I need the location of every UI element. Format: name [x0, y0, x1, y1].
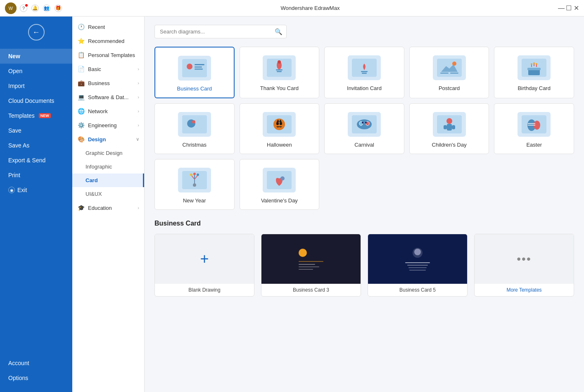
education-arrow: ›	[138, 205, 139, 210]
svg-rect-77	[409, 270, 426, 271]
svg-point-36	[276, 122, 279, 125]
nav-software-label: Software & Dat...	[88, 94, 128, 100]
nav-basic-label: Basic	[88, 66, 101, 72]
sidebar-item-save-as[interactable]: Save As	[0, 138, 72, 153]
svg-text:W: W	[9, 6, 13, 11]
nav-engineering[interactable]: ⚙️ Engineering ›	[72, 118, 144, 132]
nav-personal[interactable]: 📋 Personal Templates	[72, 48, 144, 62]
nav-network-label: Network	[88, 108, 108, 114]
nav-design[interactable]: 🎨 Design ∨	[72, 132, 144, 146]
svg-rect-48	[452, 125, 455, 129]
svg-rect-21	[528, 69, 540, 75]
nav-recommended[interactable]: ⭐ Recommended	[72, 34, 144, 48]
sidebar-item-exit[interactable]: ◉ Exit	[0, 183, 72, 197]
gift-icon[interactable]: 🎁	[55, 5, 62, 12]
software-icon: 💻	[77, 94, 85, 100]
nav-personal-label: Personal Templates	[88, 52, 135, 58]
childrens-day-icon-wrap	[433, 112, 466, 137]
sidebar-item-export[interactable]: Export & Send	[0, 153, 72, 168]
business-card-5-card[interactable]: Business Card 5	[368, 234, 468, 297]
sidebar-item-account[interactable]: Account	[0, 356, 72, 371]
template-thank-you[interactable]: Thank You Card	[240, 47, 320, 98]
template-easter[interactable]: Easter	[494, 103, 574, 154]
template-carnival[interactable]: Carnival	[324, 103, 404, 154]
sidebar-item-save[interactable]: Save	[0, 123, 72, 138]
template-label-thank-you: Thank You Card	[260, 85, 299, 91]
nav-basic[interactable]: 📄 Basic ›	[72, 62, 144, 76]
sidebar-item-print[interactable]: Print	[0, 168, 72, 183]
nav-software[interactable]: 💻 Software & Dat... ›	[72, 90, 144, 104]
svg-rect-74	[405, 262, 430, 263]
nav-business[interactable]: 💼 Business ›	[72, 76, 144, 90]
nav-card[interactable]: Card	[72, 173, 144, 187]
titlebar: W ? 🔔 👥 🎁 Wondershare EdrawMax — ☐ ✕	[0, 0, 584, 17]
star-icon: ⭐	[77, 38, 85, 44]
more-templates-card[interactable]: ••• More Templates	[474, 234, 574, 297]
nav-graphic[interactable]: Graphic Design	[72, 146, 144, 160]
svg-point-37	[280, 122, 282, 125]
svg-rect-10	[276, 69, 283, 71]
close-button[interactable]: ✕	[573, 5, 579, 11]
template-invitation[interactable]: Invitation Card	[324, 47, 404, 98]
nav-infographic[interactable]: Infographic	[72, 160, 144, 173]
template-label-invitation: Invitation Card	[347, 85, 382, 91]
sidebar-item-import[interactable]: Import	[0, 78, 72, 93]
sidebar-label-open: Open	[8, 68, 22, 74]
nav-education[interactable]: 🎓 Education ›	[72, 201, 144, 215]
svg-rect-76	[408, 267, 427, 268]
nav-engineering-label: Engineering	[88, 122, 116, 128]
template-postcard[interactable]: Postcard	[409, 47, 489, 98]
bell-icon[interactable]: 🔔	[31, 5, 39, 12]
search-icon: 🔍	[275, 28, 283, 36]
sidebar-label-options: Options	[8, 375, 28, 381]
nav-recent[interactable]: 🕐 Recent	[72, 20, 144, 34]
nav-uiux[interactable]: UI&UX	[72, 187, 144, 201]
template-label-business-card: Business Card	[177, 86, 212, 92]
sidebar-item-options[interactable]: Options	[0, 371, 72, 385]
software-arrow: ›	[138, 95, 139, 100]
sidebar-item-templates[interactable]: Templates NEW	[0, 108, 72, 123]
nav-card-label: Card	[85, 177, 98, 183]
business-arrow: ›	[138, 81, 139, 86]
template-birthday[interactable]: Birthday Card	[494, 47, 574, 98]
svg-rect-68	[299, 264, 315, 265]
network-icon: 🌐	[77, 108, 85, 114]
template-christmas[interactable]: Christmas	[154, 103, 235, 154]
app-title: Wondershare EdrawMax	[62, 5, 558, 11]
birthday-icon-wrap	[518, 55, 551, 80]
svg-rect-6	[195, 69, 203, 70]
template-label-easter: Easter	[526, 142, 542, 148]
template-new-year[interactable]: New Year	[154, 159, 235, 210]
search-area: 🔍	[154, 25, 287, 38]
sidebar-item-new[interactable]: New	[0, 49, 72, 64]
help-icon[interactable]: ?	[20, 5, 27, 12]
svg-rect-18	[440, 73, 449, 74]
template-childrens-day[interactable]: Children's Day	[409, 103, 489, 154]
blank-label: Blank Drawing	[155, 284, 254, 296]
blank-drawing-card[interactable]: + Blank Drawing	[154, 234, 254, 297]
section-heading: Business Card	[154, 220, 574, 227]
titlebar-left: W ? 🔔 👥 🎁	[5, 2, 62, 14]
template-halloween[interactable]: Halloween	[240, 103, 320, 154]
maximize-button[interactable]: ☐	[566, 5, 572, 11]
sidebar-item-cloud[interactable]: Cloud Documents	[0, 93, 72, 108]
sidebar-label-new: New	[8, 53, 20, 59]
svg-rect-5	[195, 67, 202, 68]
sidebar-item-open[interactable]: Open	[0, 64, 72, 78]
template-business-card[interactable]: Business Card	[154, 47, 235, 98]
search-input[interactable]	[154, 25, 287, 38]
exit-icon: ◉	[8, 187, 15, 193]
minimize-button[interactable]: —	[558, 5, 564, 11]
template-label-valentines: Valentine's Day	[261, 197, 298, 204]
business-card-3-card[interactable]: Business Card 3	[261, 234, 361, 297]
nav-network[interactable]: 🌐 Network ›	[72, 104, 144, 118]
svg-point-60	[190, 173, 192, 176]
back-button[interactable]: ←	[28, 24, 45, 40]
recent-icon: 🕐	[77, 24, 85, 30]
community-icon[interactable]: 👥	[43, 5, 50, 12]
nav-education-label: Education	[88, 205, 112, 211]
svg-rect-22	[527, 68, 541, 70]
template-valentines[interactable]: Valentine's Day	[240, 159, 320, 210]
template-label-postcard: Postcard	[439, 85, 460, 91]
design-icon: 🎨	[77, 136, 85, 143]
